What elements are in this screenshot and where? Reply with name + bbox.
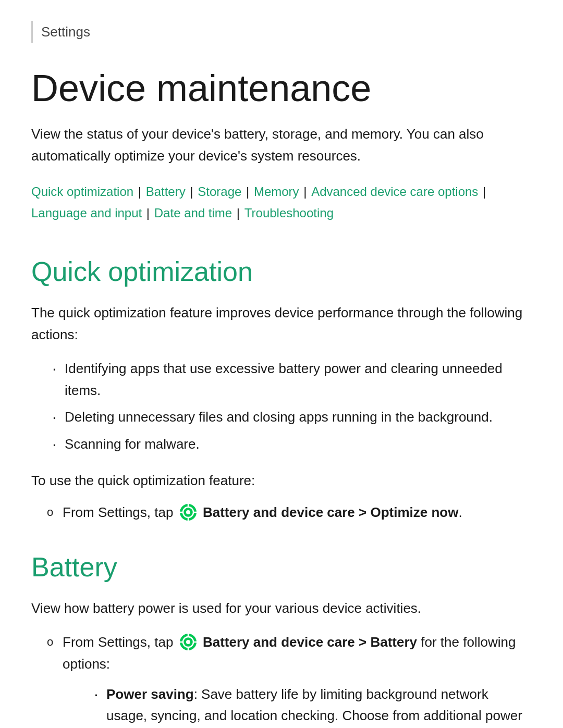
nav-separator-6: | bbox=[143, 206, 153, 220]
nav-link-advanced[interactable]: Advanced device care options bbox=[311, 184, 478, 199]
power-saving-bold: Power saving bbox=[106, 686, 194, 702]
quick-optimization-title: Quick optimization bbox=[31, 251, 532, 292]
breadcrumb-label: Settings bbox=[41, 24, 90, 40]
nav-link-battery[interactable]: Battery bbox=[146, 184, 186, 199]
step-intro-text: To use the quick optimization feature: bbox=[31, 470, 532, 492]
battery-step-bold: Battery and device care > Battery bbox=[203, 634, 417, 650]
breadcrumb: Settings bbox=[31, 21, 532, 43]
battery-sub-bullet-1: Power saving: Save battery life by limit… bbox=[94, 684, 532, 729]
bullet-item-3: Scanning for malware. bbox=[52, 434, 532, 455]
battery-step-list: From Settings, tap Battery and device ca… bbox=[47, 632, 532, 728]
bullet-item-2: Deleting unnecessary files and closing a… bbox=[52, 406, 532, 428]
svg-point-2 bbox=[186, 510, 190, 514]
nav-link-language[interactable]: Language and input bbox=[31, 206, 142, 220]
nav-link-storage[interactable]: Storage bbox=[198, 184, 241, 199]
battery-sub-bullets: Power saving: Save battery life by limit… bbox=[94, 684, 532, 729]
nav-separator-5: | bbox=[479, 184, 486, 199]
battery-step-from: From Settings, tap bbox=[63, 634, 177, 650]
nav-link-troubleshooting[interactable]: Troubleshooting bbox=[244, 206, 334, 220]
quick-optimization-desc: The quick optimization feature improves … bbox=[31, 302, 532, 346]
step-from: From Settings, tap bbox=[63, 504, 177, 520]
nav-separator-4: | bbox=[300, 184, 311, 199]
step-bold-text: Battery and device care > Optimize now bbox=[203, 504, 459, 520]
settings-icon-2 bbox=[179, 633, 197, 651]
step-period: . bbox=[458, 504, 462, 520]
nav-separator-2: | bbox=[187, 184, 197, 199]
nav-separator-7: | bbox=[233, 206, 243, 220]
quick-opt-step-list: From Settings, tap Battery and device ca… bbox=[47, 502, 532, 524]
battery-step: From Settings, tap Battery and device ca… bbox=[47, 632, 532, 728]
nav-separator-3: | bbox=[242, 184, 253, 199]
battery-title: Battery bbox=[31, 547, 532, 587]
page-title: Device maintenance bbox=[31, 68, 532, 109]
quick-opt-step: From Settings, tap Battery and device ca… bbox=[47, 502, 532, 524]
nav-link-memory[interactable]: Memory bbox=[254, 184, 299, 199]
quick-optimization-section: Quick optimization The quick optimizatio… bbox=[31, 251, 532, 524]
settings-icon-1 bbox=[179, 503, 197, 521]
bullet-item-1: Identifying apps that use excessive batt… bbox=[52, 358, 532, 401]
nav-link-quick-optimization[interactable]: Quick optimization bbox=[31, 184, 133, 199]
nav-separator-1: | bbox=[134, 184, 145, 199]
intro-text: View the status of your device's battery… bbox=[31, 124, 532, 167]
svg-point-9 bbox=[186, 640, 190, 644]
nav-links: Quick optimization | Battery | Storage |… bbox=[31, 181, 532, 224]
quick-optimization-bullets: Identifying apps that use excessive batt… bbox=[52, 358, 532, 455]
battery-desc: View how battery power is used for your … bbox=[31, 598, 532, 620]
nav-link-date[interactable]: Date and time bbox=[154, 206, 232, 220]
battery-section: Battery View how battery power is used f… bbox=[31, 547, 532, 728]
